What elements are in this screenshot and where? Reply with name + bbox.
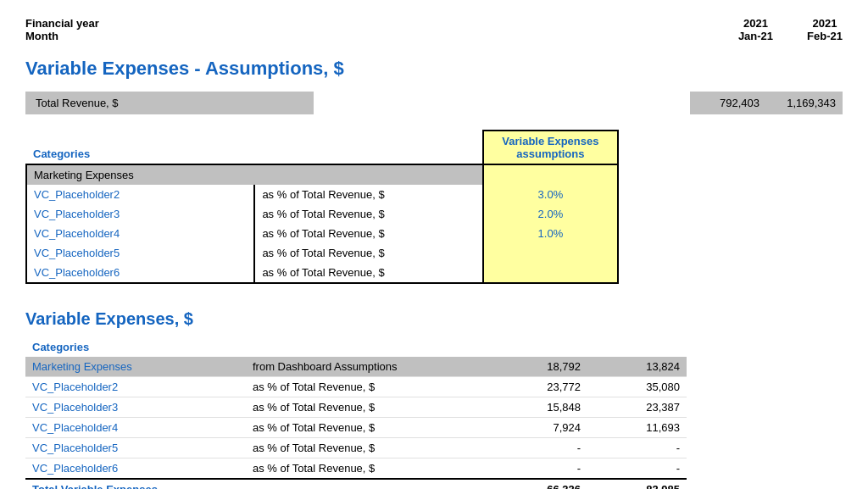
placeholder-cat: VC_Placeholder4 <box>26 224 254 243</box>
placeholder-desc: as % of Total Revenue, $ <box>254 263 482 283</box>
placeholder-cat: VC_Placeholder5 <box>26 243 254 263</box>
assumptions-row: VC_Placeholder6 as % of Total Revenue, $ <box>26 263 618 283</box>
expenses-row: VC_Placeholder2 as % of Total Revenue, $… <box>25 377 687 397</box>
exp-val2: 11,693 <box>587 418 687 438</box>
placeholder-val: 2.0% <box>483 204 618 224</box>
exp-val2: - <box>587 458 687 480</box>
exp-cat: VC_Placeholder2 <box>25 377 246 397</box>
placeholder-desc: as % of Total Revenue, $ <box>254 185 482 204</box>
revenue-val1: 792,403 <box>690 92 766 114</box>
expenses-row: VC_Placeholder4 as % of Total Revenue, $… <box>25 418 687 438</box>
col1-fy: 2021 <box>738 17 773 30</box>
exp-val1: - <box>488 438 587 458</box>
total-val1: 66,336 <box>488 479 587 489</box>
placeholder-desc: as % of Total Revenue, $ <box>254 243 482 263</box>
revenue-val2: 1,169,343 <box>766 92 843 114</box>
placeholder-cat: VC_Placeholder3 <box>26 204 254 224</box>
fy-label: Financial year <box>25 17 99 30</box>
total-label: Total Variable Expenses <box>25 479 488 489</box>
exp-val2: 23,387 <box>587 397 687 418</box>
assumptions-row: VC_Placeholder4 as % of Total Revenue, $… <box>26 224 618 243</box>
revenue-values: 792,403 1,169,343 <box>690 92 843 114</box>
placeholder-desc: as % of Total Revenue, $ <box>254 204 482 224</box>
exp-val2: 35,080 <box>587 377 687 397</box>
page-header: Financial year Month 2021 Jan-21 2021 Fe… <box>25 17 843 42</box>
exp-val2: 13,824 <box>587 357 687 377</box>
exp-desc: as % of Total Revenue, $ <box>246 397 488 418</box>
section2-title: Variable Expenses, $ <box>25 309 843 329</box>
header-columns: 2021 Jan-21 2021 Feb-21 <box>738 17 843 42</box>
exp-val1: 23,772 <box>488 377 587 397</box>
col2-fy: 2021 <box>807 17 843 30</box>
expenses-header-row: Categories <box>25 337 687 357</box>
placeholder-val: 1.0% <box>483 224 618 243</box>
exp-desc: as % of Total Revenue, $ <box>246 377 488 397</box>
assumption-val-header <box>483 164 618 185</box>
assumptions-marketing-header: Marketing Expenses <box>26 164 618 185</box>
expenses-row: VC_Placeholder5 as % of Total Revenue, $… <box>25 438 687 458</box>
exp-val1: 7,924 <box>488 418 587 438</box>
exp-cat: VC_Placeholder4 <box>25 418 246 438</box>
exp-desc: as % of Total Revenue, $ <box>246 418 488 438</box>
expenses-table: Categories Marketing Expenses from Dashb… <box>25 337 687 489</box>
assumptions-row: VC_Placeholder2 as % of Total Revenue, $… <box>26 185 618 204</box>
col1-month: Jan-21 <box>738 30 773 42</box>
exp-desc: from Dashboard Assumptions <box>246 357 488 377</box>
expenses-row: Marketing Expenses from Dashboard Assump… <box>25 357 687 377</box>
revenue-row: Total Revenue, $ 792,403 1,169,343 <box>25 92 843 114</box>
exp-cat: Marketing Expenses <box>25 357 246 377</box>
exp-val1: - <box>488 458 587 480</box>
assumptions-row: VC_Placeholder5 as % of Total Revenue, $ <box>26 243 618 263</box>
assumptions-table: Categories Variable Expenses assumptions… <box>25 130 619 284</box>
exp-cat: VC_Placeholder3 <box>25 397 246 418</box>
expenses-row: VC_Placeholder6 as % of Total Revenue, $… <box>25 458 687 480</box>
revenue-label: Total Revenue, $ <box>25 92 314 114</box>
month-label: Month <box>25 30 99 42</box>
exp-cat: VC_Placeholder6 <box>25 458 246 480</box>
exp-cat: VC_Placeholder5 <box>25 438 246 458</box>
exp-categories-header: Categories <box>25 337 246 357</box>
placeholder-desc: as % of Total Revenue, $ <box>254 224 482 243</box>
exp-val2-header <box>587 337 687 357</box>
assumptions-desc-header <box>254 131 482 164</box>
exp-val2: - <box>587 438 687 458</box>
exp-desc: as % of Total Revenue, $ <box>246 438 488 458</box>
total-val2: 83,985 <box>587 479 687 489</box>
col1-header: 2021 Jan-21 <box>738 17 773 42</box>
expenses-row: VC_Placeholder3 as % of Total Revenue, $… <box>25 397 687 418</box>
placeholder-val <box>483 243 618 263</box>
exp-val1: 15,848 <box>488 397 587 418</box>
marketing-expenses-label: Marketing Expenses <box>26 164 483 185</box>
assumptions-row: VC_Placeholder3 as % of Total Revenue, $… <box>26 204 618 224</box>
categories-header: Categories <box>26 131 254 164</box>
header-labels: Financial year Month <box>25 17 99 42</box>
placeholder-cat: VC_Placeholder6 <box>26 263 254 283</box>
exp-desc: as % of Total Revenue, $ <box>246 458 488 480</box>
assumptions-header-row: Categories Variable Expenses assumptions <box>26 131 618 164</box>
col2-month: Feb-21 <box>807 30 843 42</box>
placeholder-cat: VC_Placeholder2 <box>26 185 254 204</box>
exp-val1-header <box>488 337 587 357</box>
expenses-total-row: Total Variable Expenses 66,336 83,985 <box>25 479 687 489</box>
placeholder-val <box>483 263 618 283</box>
var-exp-header: Variable Expenses assumptions <box>483 131 618 164</box>
placeholder-val: 3.0% <box>483 185 618 204</box>
section1-title: Variable Expenses - Assumptions, $ <box>25 58 843 80</box>
col2-header: 2021 Feb-21 <box>807 17 843 42</box>
exp-desc-header <box>246 337 488 357</box>
exp-val1: 18,792 <box>488 357 587 377</box>
